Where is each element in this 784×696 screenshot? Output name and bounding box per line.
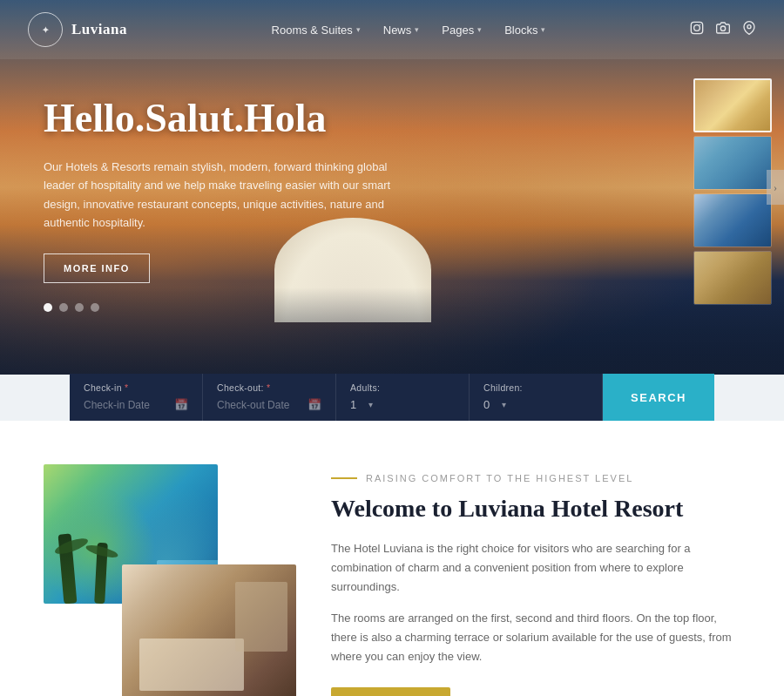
slide-dot-2[interactable] [59,303,68,312]
slide-dot-3[interactable] [75,303,84,312]
site-logo[interactable]: ✦ Luviana [28,12,127,47]
chevron-down-icon: ▾ [541,25,545,34]
svg-rect-0 [691,22,702,33]
children-label: Children: [483,382,588,393]
hero-title: Hello.Salut.Hola [44,96,409,142]
svg-point-1 [694,25,700,31]
adults-field: Adults: 1234 ▾ [336,374,470,421]
nav-pages[interactable]: Pages ▾ [433,18,490,42]
thumb-image-3 [694,194,771,247]
instagram-icon[interactable] [690,21,704,38]
checkin-input-wrap: 📅 [84,398,188,412]
map-pin-icon[interactable] [742,21,756,38]
adults-select-wrap: 1234 ▾ [350,398,455,411]
logo-icon: ✦ [28,12,63,47]
children-select-wrap: 0123 ▾ [483,398,588,411]
hero-section: ✦ Luviana Rooms & Suites ▾ News ▾ Pages … [0,0,784,375]
about-tagline: RAISING COMFORT TO THE HIGHEST LEVEL [331,473,740,483]
scroll-right-arrow[interactable]: › [767,170,784,205]
chevron-down-icon: ▾ [356,25,361,34]
checkout-input-wrap: 📅 [217,398,321,412]
hero-description: Our Hotels & Resorts remain stylish, mod… [44,158,409,233]
collage-bottom-image-inner [122,564,296,696]
slide-dot-4[interactable] [91,303,99,312]
camera-icon[interactable] [716,21,730,38]
adults-select[interactable]: 1234 [350,398,375,411]
nav-news[interactable]: News ▾ [375,18,429,42]
photo-collage [44,464,296,696]
navbar: ✦ Luviana Rooms & Suites ▾ News ▾ Pages … [0,0,784,59]
logo-text: Luviana [71,21,127,38]
nav-links: Rooms & Suites ▾ News ▾ Pages ▾ Blocks ▾ [263,18,555,42]
collage-bottom-image [122,564,296,696]
thumb-image-2 [694,137,771,189]
adults-select-inner: 1234 ▾ [350,398,375,411]
slide-dots [44,303,99,312]
checkout-label: Check-out: * [217,382,321,393]
thumb-image-1 [695,80,770,131]
hero-thumb-2[interactable] [693,136,772,190]
calendar-icon: 📅 [308,398,321,412]
hero-cta-button[interactable]: MORE INFO [44,253,150,283]
checkin-input[interactable] [84,399,169,411]
hero-buildings-overlay [0,287,784,375]
hero-thumbnail-strip [693,78,772,305]
checkin-label: Check-in * [84,382,188,393]
about-title: Welcome to Luviana Hotel Resort [331,494,740,524]
children-select-inner: 0123 ▾ [483,398,508,411]
building-shape-2 [235,582,287,652]
chevron-down-icon: ▾ [477,25,482,34]
booking-search-button[interactable]: SEARCH [603,374,714,421]
calendar-icon: 📅 [174,398,188,412]
read-more-button[interactable]: READ MORE [331,687,450,696]
nav-rooms-suites[interactable]: Rooms & Suites ▾ [263,18,369,42]
svg-point-2 [700,24,700,25]
children-field: Children: 0123 ▾ [470,374,603,421]
thumb-image-4 [694,252,771,304]
hero-thumb-4[interactable] [693,251,772,305]
adults-label: Adults: [350,382,455,393]
main-section: RAISING COMFORT TO THE HIGHEST LEVEL Wel… [0,421,784,696]
booking-fields: Check-in * 📅 Check-out: * 📅 Adults: [70,374,603,421]
nav-blocks[interactable]: Blocks ▾ [496,18,554,42]
children-select[interactable]: 0123 [483,398,508,411]
required-star: * [125,382,128,393]
building-shape-1 [139,639,244,691]
checkin-field: Check-in * 📅 [70,374,203,421]
checkout-field: Check-out: * 📅 [203,374,336,421]
checkout-input[interactable] [217,399,302,411]
about-paragraph-2: The rooms are arranged on the first, sec… [331,609,740,666]
chevron-down-icon: ▾ [415,25,419,34]
slide-dot-1[interactable] [44,303,52,312]
about-content: RAISING COMFORT TO THE HIGHEST LEVEL Wel… [331,464,740,696]
about-paragraph-1: The Hotel Luviana is the right choice fo… [331,539,740,597]
nav-social-icons [690,21,756,38]
required-star: * [267,382,270,393]
hero-content: Hello.Salut.Hola Our Hotels & Resorts re… [44,96,409,283]
booking-bar: Check-in * 📅 Check-out: * 📅 Adults: [70,374,714,421]
hero-thumb-1[interactable] [693,78,772,132]
svg-point-3 [720,26,725,30]
hero-thumb-3[interactable] [693,193,772,247]
svg-point-4 [747,25,751,29]
